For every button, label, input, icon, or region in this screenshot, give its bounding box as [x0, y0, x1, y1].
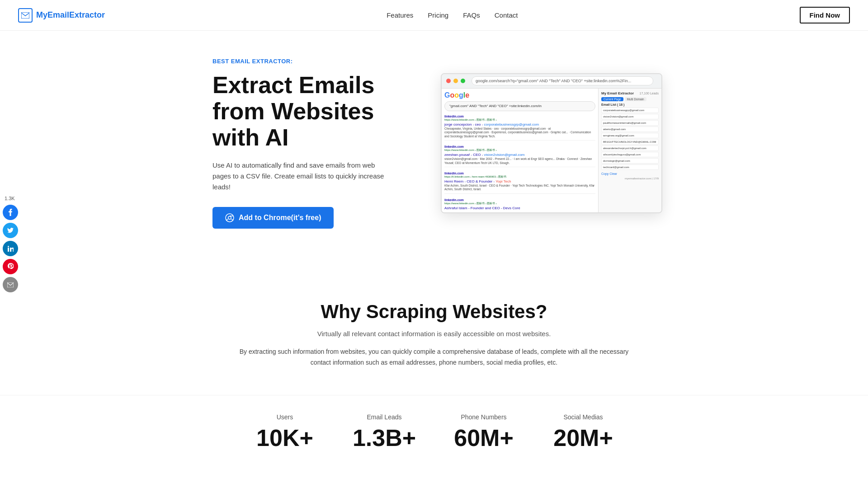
email-item: dornviegn@gmail.com: [601, 158, 659, 164]
email-item: corporatebusinessgrp@gmail.com: [601, 108, 659, 113]
navbar: MyEmailExtractor Features Pricing FAQs C…: [0, 0, 868, 31]
social-sidebar: 1.3K: [0, 192, 18, 296]
email-list-header: Email List ( 18 ): [601, 103, 659, 106]
hero-image: google.com/search?q="gmail.com" AND "Tec…: [411, 73, 692, 213]
nav-pricing[interactable]: Pricing: [428, 11, 448, 19]
stat-email-leads-label: Email Leads: [335, 413, 434, 421]
multi-domain-tab: Multi Domain: [625, 97, 646, 101]
google-results-panel: Google "gmail.com" AND "Tech" AND "CEO" …: [442, 89, 598, 212]
email-item: alexandertechsrpt.pct.h@gmail.com: [601, 145, 659, 151]
stats-section: Users 10K+ Email Leads 1.3B+ Phone Numbe…: [0, 395, 868, 479]
email-item: wrnginew.org@gmail.com: [601, 133, 659, 138]
email-item: sthcomlytechsguru@gmail.com: [601, 152, 659, 157]
add-chrome-label: Add to Chrome(it's free): [239, 214, 321, 222]
email-list: corporatebusinessgrp@gmail.com vision2vi…: [601, 108, 659, 175]
why-section: Why Scraping Websites? Virtually all rel…: [0, 265, 868, 395]
stat-phone-numbers-label: Phone Numbers: [434, 413, 533, 421]
extension-title: My Email Extractor: [601, 91, 634, 95]
stat-phone-numbers-value: 60M+: [434, 424, 533, 451]
stat-users-label: Users: [235, 413, 335, 421]
browser-dot-minimize: [453, 79, 458, 83]
extension-tabs: Current Page Multi Domain: [601, 97, 659, 101]
hero-content: BEST EMAIL EXTRACTOR: Extract Emailsfrom…: [212, 58, 393, 229]
svg-point-6: [229, 216, 231, 219]
social-count: 1.3K: [3, 196, 18, 201]
extension-footer: myemailextractor.com | 17/9: [601, 177, 659, 180]
current-page-tab: Current Page: [601, 97, 623, 101]
extension-header: My Email Extractor 17,100 Leads: [601, 91, 659, 95]
hero-title: Extract Emailsfrom Websiteswith AI: [212, 72, 393, 151]
logo-icon: [18, 8, 33, 23]
nav-contact[interactable]: Contact: [495, 11, 518, 19]
email-item: vision2vision@gmail.com: [601, 114, 659, 119]
extension-sidebar: My Email Extractor 17,100 Leads Current …: [598, 89, 661, 212]
search-result-4: linkedin.com https://www.linkedin.com › …: [444, 197, 595, 212]
find-now-button[interactable]: Find Now: [800, 7, 850, 23]
facebook-share-button[interactable]: [3, 205, 18, 220]
browser-dot-maximize: [461, 79, 465, 83]
pinterest-share-button[interactable]: [3, 259, 18, 274]
nav-links: Features Pricing FAQs Contact: [387, 11, 518, 19]
search-result-1: linkedin.com https://www.linkedin.com › …: [444, 113, 595, 141]
email-item: 8R1GHTTECHNOLOGY.IND@GMAIL.COM: [601, 139, 659, 145]
stat-social-medias-label: Social Medias: [533, 413, 633, 421]
stat-email-leads: Email Leads 1.3B+: [335, 413, 434, 451]
twitter-share-button[interactable]: [3, 223, 18, 238]
email-item: techicard@gmail.com: [601, 164, 659, 170]
nav-features[interactable]: Features: [387, 11, 413, 19]
stat-users-value: 10K+: [235, 424, 335, 451]
why-subtitle: Virtually all relevant contact informati…: [18, 330, 850, 338]
browser-screenshot: google.com/search?q="gmail.com" AND "Tec…: [441, 73, 662, 213]
stat-social-medias-value: 20M+: [533, 424, 633, 451]
email-item: atterio@gmail.com: [601, 127, 659, 132]
stat-users: Users 10K+: [235, 413, 335, 451]
svg-rect-0: [21, 12, 29, 19]
svg-rect-1: [8, 248, 9, 252]
nav-faqs[interactable]: FAQs: [463, 11, 480, 19]
google-logo: Google: [444, 91, 595, 99]
copy-clear-buttons[interactable]: Copy Clear: [601, 172, 659, 175]
email-item: paulthomesuninternails@gmail.com: [601, 120, 659, 126]
add-to-chrome-button[interactable]: Add to Chrome(it's free): [212, 207, 334, 229]
stat-phone-numbers: Phone Numbers 60M+: [434, 413, 533, 451]
chrome-icon: [225, 213, 234, 222]
brand-logo[interactable]: MyEmailExtractor: [18, 8, 105, 23]
browser-toolbar: google.com/search?q="gmail.com" AND "Tec…: [442, 74, 661, 89]
search-result-3: linkedin.com https://il.linkedin.com › h…: [444, 170, 595, 194]
hero-badge: BEST EMAIL EXTRACTOR:: [212, 58, 393, 65]
browser-url-bar: google.com/search?q="gmail.com" AND "Tec…: [472, 76, 653, 85]
browser-body: Google "gmail.com" AND "Tech" AND "CEO" …: [442, 89, 661, 212]
why-description: By extracting such information from webs…: [231, 347, 637, 368]
svg-point-2: [8, 246, 9, 247]
stat-email-leads-value: 1.3B+: [335, 424, 434, 451]
why-title: Why Scraping Websites?: [18, 301, 850, 323]
hero-description: Use AI to automatically find and save em…: [212, 160, 393, 192]
stat-social-medias: Social Medias 20M+: [533, 413, 633, 451]
url-text: google.com/search?q="gmail.com" AND "Tec…: [476, 79, 631, 83]
hero-section: BEST EMAIL EXTRACTOR: Extract Emailsfrom…: [140, 31, 728, 265]
brand-name: MyEmailExtractor: [36, 10, 105, 20]
email-share-button[interactable]: [3, 277, 18, 292]
google-search-bar: "gmail.com" AND "Tech" AND "CEO" +site:l…: [444, 101, 595, 111]
search-result-2: linkedin.com https://www.linkedin.com › …: [444, 143, 595, 167]
browser-dot-close: [446, 79, 451, 83]
extension-lead-count: 17,100 Leads: [640, 92, 659, 95]
linkedin-share-button[interactable]: [3, 241, 18, 256]
